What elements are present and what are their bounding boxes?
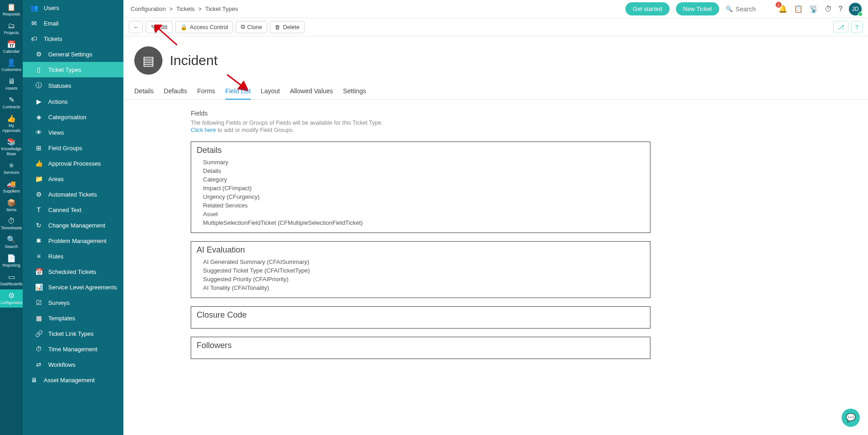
side-scheduled[interactable]: 📅Scheduled Tickets (23, 264, 123, 279)
side-asset-mgmt[interactable]: 🖥Asset Management (23, 372, 123, 388)
nav-approvals[interactable]: 👍My Approvals (0, 112, 23, 136)
nav-reporting[interactable]: 📄Reporting (0, 252, 23, 271)
side-templates[interactable]: ▦Templates (23, 310, 123, 326)
notifications-icon[interactable]: 1🔔 (778, 5, 787, 13)
side-views[interactable]: 👁Views (23, 125, 123, 140)
side-problem-icon: ✱ (35, 237, 43, 244)
side-rules[interactable]: ≡Rules (23, 248, 123, 264)
side-surveys[interactable]: ☑Surveys (23, 295, 123, 310)
nav-dashboards-icon: ▭ (8, 273, 15, 281)
nav-requests[interactable]: 📋Requests (0, 1, 23, 20)
nav-suppliers-icon: 🚚 (7, 181, 16, 188)
side-field-groups-icon: ⊞ (35, 144, 43, 152)
group-field: Suggested Priority (CFAIPriority) (197, 275, 645, 283)
side-users[interactable]: 👥Users (23, 0, 123, 15)
nav-kb[interactable]: 📚Knowledge Base (0, 136, 23, 159)
branch-icon-button[interactable]: ⎇ (833, 21, 848, 33)
nav-approvals-icon: 👍 (7, 115, 16, 122)
context-help-button[interactable]: ? (851, 21, 863, 33)
page-title: Incident (170, 53, 218, 68)
notif-badge: 1 (776, 2, 782, 8)
side-field-groups[interactable]: ⊞Field Groups (23, 140, 123, 156)
pencil-icon: ✎ (151, 24, 156, 30)
nav-items[interactable]: 📦Items (0, 197, 23, 215)
side-workflows[interactable]: ⇄Workflows (23, 357, 123, 372)
side-change-icon: ↻ (35, 222, 43, 229)
search-input[interactable] (736, 5, 772, 13)
nav-contracts[interactable]: ✎Contracts (0, 94, 23, 112)
side-surveys-icon: ☑ (35, 299, 43, 306)
breadcrumb: Configuration > Tickets > Ticket Types (130, 5, 239, 12)
side-time[interactable]: ⏱Time Management (23, 341, 123, 357)
tab-field-list[interactable]: Field List (225, 83, 251, 99)
side-statuses-icon: ⓘ (35, 81, 43, 90)
click-here-link[interactable]: Click here (191, 127, 216, 133)
side-ticket-types[interactable]: ▯Ticket Types (23, 62, 123, 77)
clock-icon[interactable]: ⏱ (825, 5, 832, 13)
nav-customers[interactable]: 👤Customers (0, 56, 23, 75)
nav-reporting-icon: 📄 (7, 255, 16, 262)
side-approval[interactable]: 👍Approval Processes (23, 156, 123, 171)
incident-icon: ▤ (134, 46, 162, 75)
tab-layout[interactable]: Layout (261, 83, 280, 99)
clipboard-icon[interactable]: 📋 (794, 5, 803, 13)
side-canned[interactable]: TCanned Text (23, 202, 123, 218)
search-icon: 🔍 (726, 5, 733, 12)
rss-icon[interactable]: 📡 (809, 5, 818, 13)
side-rules-icon: ≡ (35, 253, 43, 260)
user-avatar[interactable]: JD (849, 3, 862, 15)
nav-configuration[interactable]: ⚙Configuration (0, 289, 23, 308)
side-sla[interactable]: 📊Service Level Agreements (23, 279, 123, 295)
side-link-types[interactable]: 🔗Ticket Link Types (23, 326, 123, 341)
group-title: Followers (197, 341, 645, 350)
tab-defaults[interactable]: Defaults (164, 83, 187, 99)
side-categorisation[interactable]: ◈Categorisation (23, 109, 123, 125)
new-ticket-button[interactable]: New Ticket (676, 2, 720, 15)
field-group-closure-code: Closure Code (191, 306, 650, 329)
side-problem[interactable]: ✱Problem Management (23, 233, 123, 248)
tab-settings[interactable]: Settings (343, 83, 366, 99)
fields-desc: The following Fields or Groups of Fields… (191, 120, 650, 126)
tab-forms[interactable]: Forms (197, 83, 215, 99)
side-actions[interactable]: ▶Actions (23, 94, 123, 109)
side-areas[interactable]: 📁Areas (23, 171, 123, 187)
nav-timesheets[interactable]: ⏱Timesheets (0, 215, 23, 233)
nav-projects[interactable]: 🗂Projects (0, 20, 23, 38)
action-toolbar: ← ✎Edit 🔒Access Control ⧉Clone 🗑Delete ⎇… (123, 18, 868, 36)
clone-button[interactable]: ⧉Clone (236, 21, 267, 33)
nav-calendar-icon: 📅 (7, 41, 16, 48)
side-statuses[interactable]: ⓘStatuses (23, 77, 123, 94)
edit-button[interactable]: ✎Edit (146, 21, 173, 33)
tab-details[interactable]: Details (134, 83, 154, 99)
nav-services[interactable]: ≡Services (0, 159, 23, 178)
breadcrumb-item[interactable]: Tickets (176, 5, 195, 12)
breadcrumb-item[interactable]: Ticket Types (205, 5, 238, 12)
help-icon[interactable]: ? (838, 5, 843, 13)
nav-suppliers[interactable]: 🚚Suppliers (0, 178, 23, 197)
side-change[interactable]: ↻Change Management (23, 218, 123, 233)
nav-requests-icon: 📋 (7, 4, 16, 11)
side-templates-icon: ▦ (35, 314, 43, 322)
side-ticket-types-icon: ▯ (35, 66, 43, 73)
nav-search[interactable]: 🔍Search (0, 233, 23, 252)
access-control-button[interactable]: 🔒Access Control (175, 21, 233, 33)
chat-widget[interactable]: 💬 (842, 409, 860, 427)
nav-timesheets-icon: ⏱ (8, 218, 15, 225)
side-tickets[interactable]: 🏷Tickets (23, 31, 123, 46)
side-views-icon: 👁 (35, 129, 43, 136)
delete-button[interactable]: 🗑Delete (270, 21, 305, 33)
side-automated[interactable]: ⚙Automated Tickets (23, 187, 123, 202)
nav-assets[interactable]: 🖥Assets (0, 75, 23, 94)
field-group-followers: Followers (191, 337, 650, 359)
nav-calendar[interactable]: 📅Calendar (0, 38, 23, 57)
side-email-icon: ✉ (30, 20, 38, 27)
side-email[interactable]: ✉Email (23, 15, 123, 31)
side-general[interactable]: ⚙General Settings (23, 46, 123, 62)
back-button[interactable]: ← (129, 21, 143, 33)
breadcrumb-item[interactable]: Configuration (131, 5, 166, 12)
side-link-types-icon: 🔗 (35, 330, 43, 337)
global-search[interactable]: 🔍 (726, 5, 772, 13)
get-started-button[interactable]: Get started (625, 2, 669, 15)
nav-dashboards[interactable]: ▭Dashboards (0, 271, 23, 289)
tab-allowed-values[interactable]: Allowed Values (290, 83, 333, 99)
